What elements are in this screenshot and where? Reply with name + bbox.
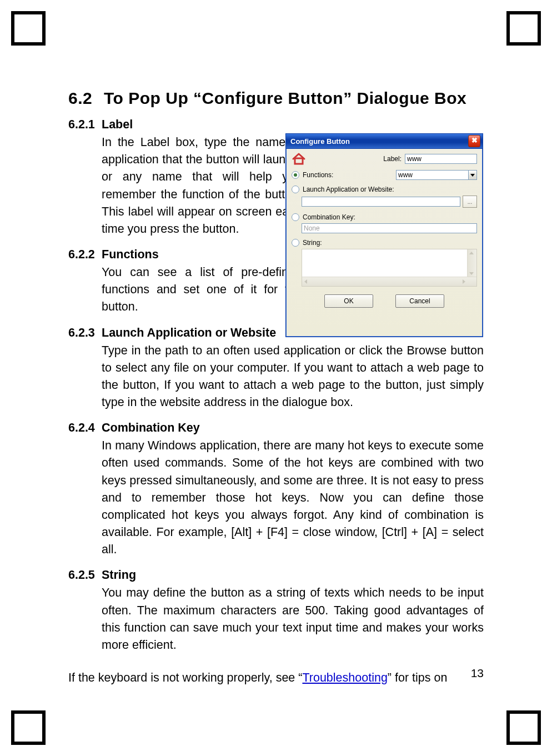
section-title: To Pop Up “Configure Button” Dialogue Bo… bbox=[104, 89, 466, 107]
chevron-down-icon[interactable] bbox=[468, 170, 477, 180]
functions-label: Functions: bbox=[303, 171, 350, 179]
paragraph: You may define the button as a string of… bbox=[102, 584, 484, 654]
combination-key-label: Combination Key: bbox=[303, 213, 355, 221]
subsection-number: 6.2.5 bbox=[68, 568, 102, 582]
scrollbar-vertical[interactable] bbox=[467, 249, 476, 277]
subsection-title: Functions bbox=[102, 248, 159, 261]
combination-key-input[interactable]: None bbox=[302, 223, 477, 233]
subsection-number: 6.2.3 bbox=[68, 326, 102, 340]
ellipsis-icon: ... bbox=[468, 199, 472, 205]
crop-mark bbox=[506, 11, 541, 46]
functions-radio[interactable] bbox=[292, 171, 299, 179]
paragraph: Type in the path to an often used applic… bbox=[102, 342, 484, 412]
subsection-title: String bbox=[102, 568, 136, 582]
ok-button[interactable]: OK bbox=[324, 294, 373, 308]
section-number: 6.2 bbox=[68, 89, 104, 108]
cancel-button[interactable]: Cancel bbox=[395, 294, 444, 308]
paragraph: You can see a list of pre-defined functi… bbox=[102, 264, 302, 316]
launch-path-input[interactable] bbox=[302, 197, 460, 207]
subsection-heading: 6.2.5String bbox=[68, 568, 484, 582]
home-icon bbox=[292, 152, 308, 166]
paragraph: In the Label box, type the name of appli… bbox=[102, 134, 302, 238]
string-textarea[interactable] bbox=[302, 249, 477, 287]
close-icon: ✖ bbox=[471, 136, 478, 144]
subsection-title: Label bbox=[102, 118, 133, 131]
paragraph: If the keyboard is not working properly,… bbox=[68, 669, 450, 687]
section-heading: 6.2To Pop Up “Configure Button” Dialogue… bbox=[68, 89, 484, 108]
functions-combo-value: www bbox=[396, 170, 468, 180]
page-number: 13 bbox=[471, 667, 484, 680]
subsection-heading: 6.2.1Label bbox=[68, 118, 484, 132]
paragraph: In many Windows application, there are m… bbox=[102, 437, 484, 558]
subsection-number: 6.2.2 bbox=[68, 248, 102, 262]
crop-mark bbox=[11, 710, 46, 745]
launch-app-radio[interactable] bbox=[292, 186, 299, 193]
string-radio[interactable] bbox=[292, 239, 299, 247]
svg-rect-0 bbox=[295, 158, 303, 164]
subsection-number: 6.2.1 bbox=[68, 118, 102, 132]
string-label: String: bbox=[303, 239, 322, 247]
crop-mark bbox=[11, 11, 46, 46]
dialog-title: Configure Button bbox=[290, 137, 468, 146]
dialog-titlebar[interactable]: Configure Button ✖ bbox=[286, 134, 483, 149]
subsection-number: 6.2.4 bbox=[68, 421, 102, 435]
troubleshooting-link[interactable]: Troubleshooting bbox=[302, 671, 387, 684]
subsection-heading: 6.2.4Combination Key bbox=[68, 421, 484, 435]
subsection-title: Combination Key bbox=[102, 421, 200, 434]
launch-app-label: Launch Application or Website: bbox=[303, 186, 394, 193]
combination-key-radio[interactable] bbox=[292, 213, 299, 221]
functions-combo[interactable]: www bbox=[396, 170, 477, 180]
close-button[interactable]: ✖ bbox=[468, 135, 480, 147]
label-input[interactable]: www bbox=[405, 154, 477, 164]
footer-text-post: ” for tips on bbox=[388, 671, 448, 684]
label-caption: Label: bbox=[383, 155, 402, 163]
browse-button[interactable]: ... bbox=[463, 196, 477, 208]
subsection-title: Launch Application or Website bbox=[102, 326, 276, 339]
configure-button-dialog: Configure Button ✖ Label: www Functions:… bbox=[285, 133, 483, 337]
scrollbar-horizontal[interactable] bbox=[302, 277, 476, 286]
footer-text-pre: If the keyboard is not working properly,… bbox=[68, 671, 302, 684]
crop-mark bbox=[506, 710, 541, 745]
